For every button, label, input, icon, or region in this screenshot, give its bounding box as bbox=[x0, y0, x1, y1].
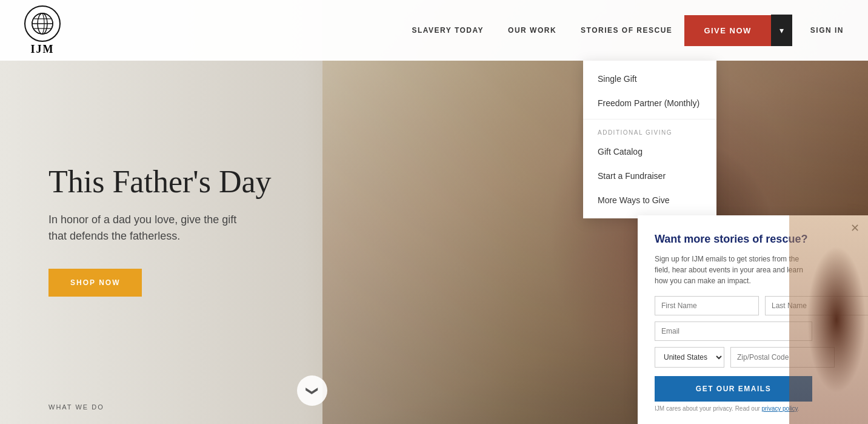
dropdown-divider bbox=[583, 119, 716, 119]
nav-links: SLAVERY TODAY OUR WORK STORIES OF RESCUE bbox=[412, 26, 672, 35]
nav-link-slavery-today[interactable]: SLAVERY TODAY bbox=[412, 26, 484, 35]
popup-form: United States GET OUR EMAILS bbox=[655, 296, 812, 402]
hero-content: This Father's Day In honor of a dad you … bbox=[0, 127, 272, 297]
hero-subtitle-line2: that defends the fatherless. bbox=[48, 230, 180, 242]
popup-location-row: United States bbox=[655, 347, 812, 368]
logo[interactable]: IJM bbox=[24, 5, 61, 56]
nav-link-stories-of-rescue[interactable]: STORIES OF RESCUE bbox=[581, 26, 672, 35]
hero-title: This Father's Day bbox=[48, 164, 272, 200]
nav-link-our-work[interactable]: OUR WORK bbox=[508, 26, 556, 35]
popup-inner: Want more stories of rescue? Sign up for… bbox=[655, 232, 812, 412]
dropdown-freedom-partner[interactable]: Freedom Partner (Monthly) bbox=[583, 91, 716, 115]
what-we-do-section: WHAT WE DO bbox=[48, 401, 104, 412]
what-we-do-label: WHAT WE DO bbox=[48, 403, 104, 411]
navigation: IJM SLAVERY TODAY OUR WORK STORIES OF RE… bbox=[0, 0, 868, 61]
give-now-button[interactable]: GIVE NOW bbox=[684, 15, 770, 46]
email-signup-popup: ✕ Want more stories of rescue? Sign up f… bbox=[638, 215, 868, 424]
popup-first-name-input[interactable] bbox=[655, 296, 759, 315]
popup-photo bbox=[789, 215, 868, 424]
popup-description: Sign up for IJM emails to get stories fr… bbox=[655, 254, 812, 286]
dropdown-section-label: ADDITIONAL GIVING bbox=[583, 123, 716, 140]
logo-text: IJM bbox=[31, 43, 55, 56]
popup-name-row bbox=[655, 296, 812, 315]
give-dropdown-menu: Single Gift Freedom Partner (Monthly) AD… bbox=[583, 61, 716, 218]
hero-section: This Father's Day In honor of a dad you … bbox=[0, 0, 868, 424]
dropdown-start-fundraiser[interactable]: Start a Fundraiser bbox=[583, 164, 716, 188]
chevron-down-icon: ❯ bbox=[305, 386, 319, 396]
give-now-btn-group: GIVE NOW ▾ bbox=[684, 15, 792, 46]
hero-subtitle: In honor of a dad you love, give the gif… bbox=[48, 212, 272, 244]
scroll-down-button[interactable]: ❯ bbox=[297, 375, 327, 406]
chevron-down-icon: ▾ bbox=[780, 25, 784, 35]
sign-in-link[interactable]: SIGN IN bbox=[810, 26, 844, 35]
popup-title: Want more stories of rescue? bbox=[655, 232, 812, 246]
dropdown-gift-catalog[interactable]: Gift Catalog bbox=[583, 140, 716, 164]
hero-subtitle-line1: In honor of a dad you love, give the gif… bbox=[48, 214, 236, 226]
dropdown-single-gift[interactable]: Single Gift bbox=[583, 67, 716, 91]
give-dropdown-toggle[interactable]: ▾ bbox=[771, 15, 792, 46]
popup-email-input[interactable] bbox=[655, 321, 812, 341]
logo-globe bbox=[24, 5, 61, 42]
popup-country-select[interactable]: United States bbox=[655, 347, 724, 368]
shop-now-button[interactable]: SHOP NOW bbox=[48, 269, 142, 297]
dropdown-more-ways[interactable]: More Ways to Give bbox=[583, 188, 716, 212]
popup-privacy-text: IJM cares about your privacy. Read our p… bbox=[655, 405, 812, 412]
popup-submit-button[interactable]: GET OUR EMAILS bbox=[655, 376, 812, 402]
